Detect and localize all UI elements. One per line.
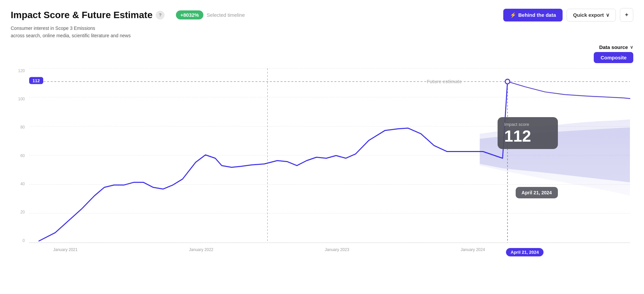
selected-timeline-label: Selected timeline <box>207 12 245 18</box>
y-label-80: 80 <box>11 125 25 130</box>
behind-data-button[interactable]: ⚡ Behind the data <box>503 9 563 21</box>
chart-svg <box>29 68 630 243</box>
chart-inner: Future estimate Impact score 112 April 2… <box>29 68 630 243</box>
future-estimate-label: Future estimate <box>427 79 462 84</box>
chart-area: 0 20 40 60 80 100 120 <box>11 68 633 256</box>
svg-point-3 <box>505 79 510 84</box>
y-label-40: 40 <box>11 182 25 186</box>
x-date-badge: April 21, 2024 <box>506 248 543 256</box>
help-icon[interactable]: ? <box>156 11 165 19</box>
y-axis: 0 20 40 60 80 100 120 <box>11 68 27 243</box>
x-label-jan2024: January 2024 <box>461 247 485 252</box>
quick-export-button[interactable]: Quick export ∨ <box>567 9 616 21</box>
y-label-120: 120 <box>11 68 25 73</box>
page-title: Impact Score & Future Estimate <box>11 10 152 20</box>
x-label-jan2021: January 2021 <box>53 247 78 252</box>
x-label-jan2022: January 2022 <box>189 247 213 252</box>
y-value-badge: 112 <box>29 77 43 84</box>
y-label-20: 20 <box>11 210 25 214</box>
y-label-0: 0 <box>11 238 25 243</box>
bookmark-icon: ✦ <box>624 12 629 18</box>
datasource-chevron-icon[interactable]: ∨ <box>630 44 633 50</box>
chart-tooltip: Impact score 112 <box>498 117 558 149</box>
datasource-label: Data source <box>599 44 628 50</box>
x-label-jan2023: January 2023 <box>325 247 349 252</box>
tooltip-date-box: April 21, 2024 <box>516 187 558 198</box>
subtitle: Consumer interest in Scope 3 Emissions a… <box>11 24 633 40</box>
tooltip-value: 112 <box>504 128 551 144</box>
y-label-100: 100 <box>11 97 25 101</box>
percent-badge: +8032% <box>176 10 203 19</box>
flash-icon: ⚡ <box>510 12 516 18</box>
y-label-60: 60 <box>11 153 25 158</box>
bookmark-button[interactable]: ✦ <box>620 8 633 22</box>
chevron-down-icon: ∨ <box>606 12 609 18</box>
tooltip-title: Impact score <box>504 122 551 127</box>
composite-button[interactable]: Composite <box>594 52 633 63</box>
